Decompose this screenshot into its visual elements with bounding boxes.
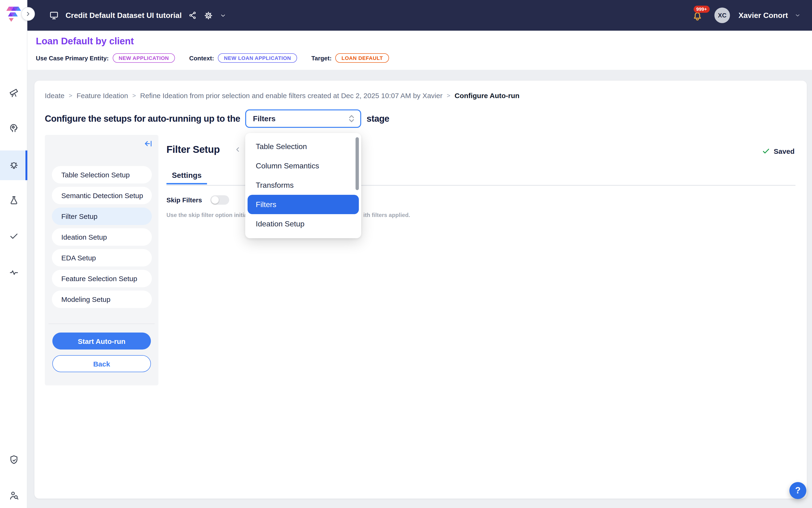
workspace-chevron-down-icon[interactable]: [220, 12, 227, 18]
setup-nav-item-filter-active[interactable]: Filter Setup: [52, 208, 152, 225]
user-menu-chevron-down-icon[interactable]: [795, 12, 801, 18]
lightbulb-icon: [8, 160, 19, 171]
saved-status: Saved: [762, 147, 795, 155]
active-indicator-bar: [26, 151, 27, 180]
dropdown-scrollbar-thumb[interactable]: [356, 137, 359, 190]
saved-check-icon: [762, 147, 770, 155]
breadcrumb-item-ideate[interactable]: Ideate: [45, 91, 64, 99]
setup-nav-panel: Table Selection Setup Semantic Detection…: [45, 135, 159, 385]
avatar[interactable]: XC: [714, 7, 730, 23]
configure-autorun-card: Ideate > Feature Ideation > Refine Ideat…: [35, 81, 807, 499]
dropdown-option-table-selection[interactable]: Table Selection: [245, 137, 361, 156]
skip-filters-label: Skip Filters: [167, 196, 202, 204]
stage-select-dropdown: Table Selection Column Semantics Transfo…: [245, 133, 361, 238]
sidebar-item-semantics[interactable]: [0, 114, 27, 140]
panel-divider: [49, 324, 155, 324]
breadcrumb-separator: >: [69, 92, 72, 99]
context-label: Context:: [189, 54, 214, 61]
dropdown-option-ideation-setup[interactable]: Ideation Setup: [245, 214, 361, 234]
tab-settings[interactable]: Settings: [167, 171, 207, 184]
sidebar-item-experiment[interactable]: [0, 187, 27, 213]
back-button[interactable]: Back: [52, 355, 151, 372]
use-case-header: Loan Default by client Use Case Primary …: [27, 31, 812, 70]
setup-nav-item-modeling[interactable]: Modeling Setup: [52, 291, 152, 308]
settings-gear-button[interactable]: [204, 11, 213, 20]
setup-nav-item-semantic-detection[interactable]: Semantic Detection Setup: [52, 187, 152, 204]
sidebar-expand-button[interactable]: [21, 7, 35, 21]
stage-select-wrap: Filters Table Selection Column Semantics…: [245, 110, 361, 128]
breadcrumb-item-current: Configure Auto-run: [455, 91, 520, 99]
check-icon: [8, 230, 19, 241]
use-case-title: Loan Default by client: [36, 36, 134, 47]
stage-select-value: Filters: [253, 114, 276, 123]
shield-check-icon: [8, 454, 19, 465]
user-search-icon: [8, 490, 19, 501]
notification-count-badge: 999+: [693, 5, 710, 12]
autorun-heading-prefix: Configure the setups for auto-running up…: [45, 114, 240, 124]
primary-entity-badge: NEW APPLICATION: [112, 53, 175, 63]
filter-setup-title: Filter Setup: [167, 144, 220, 155]
dropdown-option-column-semantics[interactable]: Column Semantics: [245, 156, 361, 175]
select-updown-icon: [349, 114, 355, 123]
stage-select[interactable]: Filters: [245, 110, 361, 128]
target-badge: LOAN DEFAULT: [335, 53, 389, 63]
skip-filters-toggle[interactable]: [211, 195, 229, 205]
monitor-icon: [49, 10, 59, 20]
head-gear-icon: [8, 122, 19, 133]
breadcrumb-item-ideation-run[interactable]: Refine Ideation from prior selection and…: [140, 91, 442, 99]
telescope-icon: [8, 87, 19, 97]
flask-icon: [8, 195, 19, 205]
context-badge: NEW LOAN APPLICATION: [218, 53, 297, 63]
breadcrumb: Ideate > Feature Ideation > Refine Ideat…: [45, 91, 520, 99]
top-navbar: Credit Default Dataset UI tutorial 999+ …: [27, 0, 812, 31]
sidebar-item-explore[interactable]: [0, 79, 27, 105]
panel-collapse-button[interactable]: [144, 139, 153, 148]
breadcrumb-item-feature-ideation[interactable]: Feature Ideation: [77, 91, 128, 99]
notifications-button[interactable]: 999+: [692, 10, 703, 21]
breadcrumb-separator: >: [132, 92, 136, 99]
setup-nav-item-ideation[interactable]: Ideation Setup: [52, 228, 152, 246]
skip-filters-row: Skip Filters: [167, 195, 229, 205]
saved-status-label: Saved: [774, 147, 795, 155]
share-button[interactable]: [188, 11, 197, 20]
autorun-heading-row: Configure the setups for auto-running up…: [45, 110, 389, 128]
target-label: Target:: [311, 54, 331, 61]
toggle-thumb: [212, 196, 219, 204]
setup-nav-item-table-selection[interactable]: Table Selection Setup: [52, 166, 152, 183]
chevron-right-icon: [25, 10, 32, 17]
dropdown-option-filters-selected[interactable]: Filters: [248, 195, 359, 214]
icon-sidebar: [0, 0, 27, 508]
user-name: Xavier Conort: [738, 11, 788, 19]
primary-entity-label: Use Case Primary Entity:: [36, 54, 109, 61]
app-root: Credit Default Dataset UI tutorial 999+ …: [0, 0, 812, 508]
activity-pulse-icon: [8, 267, 19, 278]
sidebar-item-governance[interactable]: [0, 446, 27, 473]
setup-nav-item-eda[interactable]: EDA Setup: [52, 249, 152, 266]
skip-filters-helper-text-right: ith filters applied.: [363, 212, 410, 218]
setup-nav-item-feature-selection[interactable]: Feature Selection Setup: [52, 270, 152, 287]
sidebar-item-ideate-active[interactable]: [0, 151, 27, 180]
setup-nav-list: Table Selection Setup Semantic Detection…: [52, 166, 152, 311]
sidebar-item-user-search[interactable]: [0, 482, 27, 508]
sidebar-item-approve[interactable]: [0, 223, 27, 249]
tab-active-underline: [167, 183, 207, 184]
help-button[interactable]: ?: [790, 482, 806, 499]
autorun-heading-suffix: stage: [367, 114, 389, 124]
workspace-title: Credit Default Dataset UI tutorial: [65, 11, 182, 19]
dropdown-option-transforms[interactable]: Transforms: [245, 175, 361, 195]
sidebar-item-monitor[interactable]: [0, 259, 27, 285]
prev-setup-chevron-left-icon[interactable]: [234, 146, 241, 153]
tab-settings-label: Settings: [172, 171, 201, 179]
use-case-meta: Use Case Primary Entity: NEW APPLICATION…: [36, 53, 389, 63]
start-autorun-button[interactable]: Start Auto-run: [52, 333, 151, 349]
breadcrumb-separator: >: [447, 92, 450, 99]
app-logo: [5, 4, 22, 22]
